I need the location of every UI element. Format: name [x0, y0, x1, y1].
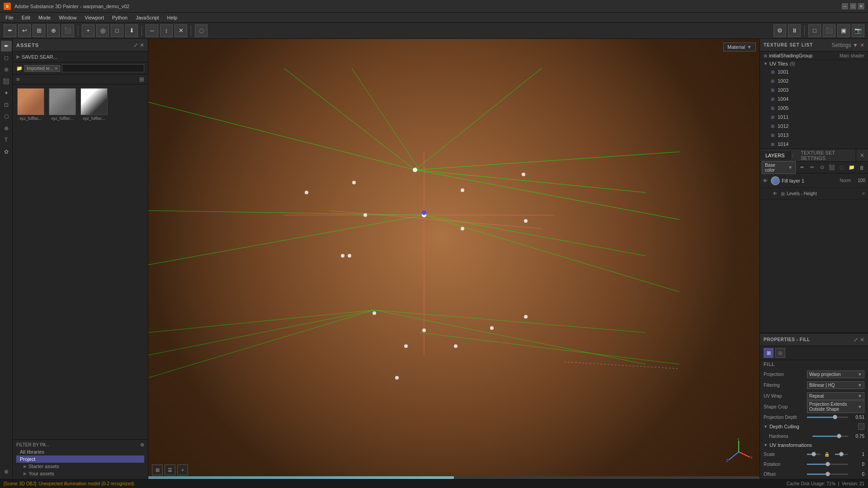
filter-close-icon[interactable]: ✕	[54, 66, 58, 71]
tool-text[interactable]: T	[1, 135, 12, 145]
filter-settings-icon[interactable]: ⚙	[140, 442, 144, 447]
asset-item-1[interactable]: xyz_fullfac...	[16, 88, 45, 121]
uv-tile-1005[interactable]: ▦ 1005	[760, 103, 868, 113]
layer-opacity-value[interactable]: 100	[853, 178, 865, 183]
tool-polygon[interactable]: ⬡	[1, 111, 12, 122]
tool-select[interactable]: ⊡	[1, 99, 12, 110]
menu-python[interactable]: Python	[108, 14, 131, 21]
offset-thumb[interactable]	[826, 472, 830, 476]
toolbar-btn-rect[interactable]: □	[111, 24, 123, 37]
prop-tab-mat[interactable]: ◎	[775, 348, 785, 358]
properties-float-btn[interactable]: ⤢	[854, 337, 858, 343]
toolbar-btn-env[interactable]: ◌	[195, 24, 208, 37]
minimize-button[interactable]: ─	[842, 3, 848, 9]
tool-clone[interactable]: ✦	[1, 88, 12, 99]
sub-layer-eye[interactable]: 👁	[773, 191, 779, 196]
toolbar-btn-flip-v[interactable]: ↕	[160, 24, 173, 37]
toolbar-btn-flip-h[interactable]: ↔	[146, 24, 158, 37]
grid-view-icon[interactable]: ⊞	[139, 76, 144, 83]
toolbar-btn-paint[interactable]: ✒	[4, 24, 16, 37]
close-button[interactable]: ✕	[858, 3, 864, 9]
layer-tool-fill[interactable]: ✏	[807, 163, 816, 172]
toolbar-btn-disp3[interactable]: ▣	[837, 24, 850, 37]
material-selector[interactable]: Material ▼	[723, 42, 756, 52]
uv-wrap-select[interactable]: Repeat ▼	[807, 392, 864, 400]
scale-thumb[interactable]	[811, 452, 816, 456]
toolbar-btn-sym[interactable]: ⬛	[61, 24, 74, 37]
depth-culling-checkbox[interactable]	[858, 423, 864, 430]
scale-slider-2[interactable]	[835, 454, 849, 455]
layer-tool-channel[interactable]: ◌	[837, 163, 846, 172]
library-your[interactable]: ▶ Your assets	[16, 470, 144, 477]
projection-depth-slider[interactable]	[807, 417, 848, 418]
uv-tile-1004[interactable]: ▦ 1004	[760, 94, 868, 103]
menu-edit[interactable]: Edit	[18, 14, 34, 21]
menu-window[interactable]: Window	[55, 14, 80, 21]
fill-layer-row[interactable]: 👁 Fill layer 1 Norm 100	[760, 174, 868, 188]
toolbar-btn-smudge[interactable]: ↩	[18, 24, 31, 37]
uv-transformations-section[interactable]: ▼ UV transformations	[760, 441, 868, 449]
library-starter[interactable]: ▶ Starter assets	[16, 463, 144, 470]
layer-tool-paint[interactable]: ✒	[797, 163, 807, 172]
tool-smudge[interactable]: ⊛	[1, 64, 12, 75]
hardness-slider[interactable]	[812, 436, 848, 437]
projection-depth-thumb[interactable]	[833, 415, 837, 419]
properties-close-btn[interactable]: ✕	[860, 337, 864, 343]
shape-crop-select[interactable]: Projection Extends Outside Shape ▼	[807, 400, 864, 413]
toolbar-btn-add[interactable]: +	[82, 24, 94, 37]
sub-layer-height[interactable]: 👁 ▦ Levels - Height ✕	[760, 188, 868, 200]
toolbar-btn-circle[interactable]: ◎	[96, 24, 109, 37]
layer-tool-delete[interactable]: 🗑	[857, 163, 866, 172]
assets-close-btn[interactable]: ✕	[140, 42, 144, 48]
menu-viewport[interactable]: Viewport	[81, 14, 108, 21]
tsl-close-btn[interactable]: ✕	[860, 42, 864, 48]
toolbar-btn-snap[interactable]: ⊕	[47, 24, 60, 37]
assets-float-btn[interactable]: ⤢	[133, 42, 138, 48]
layer-base-color-selector[interactable]: Base color ▼	[762, 161, 796, 174]
tsl-settings-btn[interactable]: Settings ▼	[831, 42, 858, 48]
scale-thumb-2[interactable]	[839, 452, 844, 456]
maximize-button[interactable]: □	[850, 3, 856, 9]
toolbar-btn-pause[interactable]: ⏸	[788, 24, 801, 37]
tool-erase[interactable]: ◻	[1, 52, 12, 63]
layers-close-btn[interactable]: ✕	[856, 152, 868, 159]
vp-nav-layout1[interactable]: ⊞	[152, 465, 163, 475]
rotation-slider[interactable]	[807, 464, 848, 465]
layer-blend-mode[interactable]: Norm	[840, 178, 851, 183]
uv-tile-1002[interactable]: ▦ 1002	[760, 76, 868, 85]
tool-picker[interactable]: ✿	[1, 146, 12, 157]
asset-item-3[interactable]: xyz_fullfac...	[80, 88, 108, 121]
depth-culling-section[interactable]: ▼ Depth Culling	[760, 422, 868, 431]
offset-slider[interactable]	[807, 474, 848, 475]
projection-select[interactable]: Warp projection ▼	[807, 371, 864, 378]
sub-layer-close[interactable]: ✕	[862, 191, 865, 196]
layers-tab[interactable]: LAYERS	[760, 151, 791, 160]
filtering-select[interactable]: Bilinear | HQ ▼	[807, 381, 864, 389]
uv-tile-1011[interactable]: ▦ 1011	[760, 113, 868, 122]
tool-transform[interactable]: ⊕	[1, 123, 12, 134]
asset-item-2[interactable]: xyz_fullfac...	[48, 88, 77, 121]
menu-help[interactable]: Help	[164, 14, 181, 21]
uv-tile-1014[interactable]: ▦ 1014	[760, 140, 868, 149]
tool-fill[interactable]: ⬛	[1, 76, 12, 87]
toolbar-btn-settings[interactable]: ⚙	[774, 24, 786, 37]
menu-mode[interactable]: Mode	[35, 14, 55, 21]
rotation-thumb[interactable]	[826, 462, 830, 466]
toolbar-btn-close2[interactable]: ✕	[175, 24, 187, 37]
toolbar-btn-grid[interactable]: ⊞	[33, 24, 45, 37]
shader-name[interactable]: initialShadingGroup	[769, 53, 838, 58]
menu-javascript[interactable]: JavaScript	[132, 14, 162, 21]
uv-tile-1012[interactable]: ▦ 1012	[760, 122, 868, 131]
search-input[interactable]	[62, 64, 144, 72]
hardness-thumb[interactable]	[837, 434, 841, 438]
toolbar-btn-disp2[interactable]: ⬛	[823, 24, 835, 37]
texture-set-settings-tab[interactable]: TEXTURE SET SETTINGS	[795, 149, 856, 163]
uv-tile-1001[interactable]: ▦ 1001	[760, 67, 868, 76]
toolbar-btn-disp1[interactable]: □	[808, 24, 821, 37]
toolbar-btn-export[interactable]: ⬇	[125, 24, 138, 37]
layer-visibility-eye[interactable]: 👁	[763, 178, 769, 183]
viewport[interactable]: X Y Z Material ▼ ⊞ ☰ +	[148, 39, 760, 479]
toolbar-btn-camera[interactable]: 📷	[852, 24, 864, 37]
tool-anchor[interactable]: ⊗	[1, 466, 12, 477]
vp-nav-layout2[interactable]: ☰	[165, 465, 175, 475]
